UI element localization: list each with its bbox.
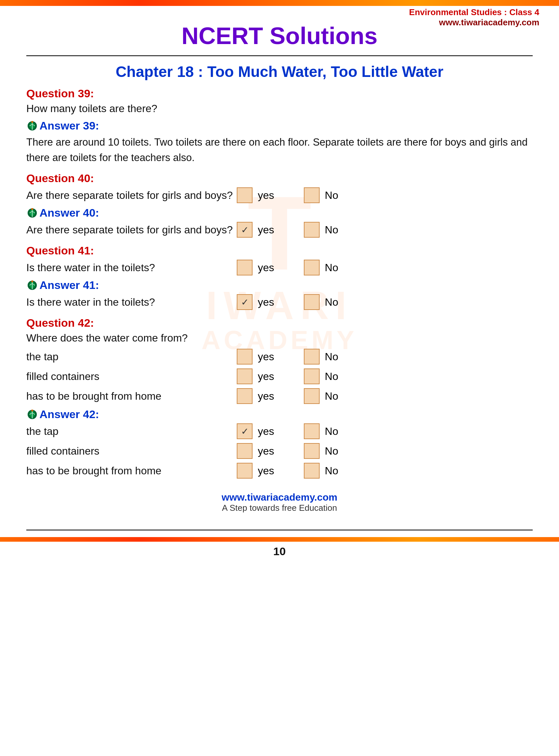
- q42-option-filled: filled containers yes No: [26, 368, 533, 384]
- main-title: NCERT Solutions: [26, 13, 533, 52]
- question-41-label: Question 41:: [26, 244, 533, 257]
- answer-40-header: TIWARI Answer 40:: [26, 206, 533, 219]
- q42-tap-yes-checkbox[interactable]: [237, 349, 252, 365]
- answer-41-checkbox-row: Is there water in the toilets? ✓ yes No: [26, 294, 533, 310]
- svg-point-1: [31, 121, 33, 123]
- svg-text:TIWARI: TIWARI: [27, 130, 34, 132]
- answer-41-text: Is there water in the toilets?: [26, 296, 237, 308]
- question-41-no-checkbox[interactable]: [304, 260, 320, 275]
- answer-42-options: the tap ✓ yes No filled containers yes N…: [26, 423, 533, 479]
- q42-option-home: has to be brought from home yes No: [26, 388, 533, 404]
- footer: www.tiwariacademy.com A Step towards fre…: [26, 485, 533, 517]
- q42-option-tap: the tap yes No: [26, 349, 533, 365]
- answer-41-header: TIWARI Answer 41:: [26, 279, 533, 292]
- answer-41-no-label: No: [325, 296, 338, 308]
- svg-point-10: [31, 410, 33, 412]
- q42-home-yes-checkbox[interactable]: [237, 388, 252, 404]
- q42-filled-label: filled containers: [26, 370, 237, 383]
- bottom-divider: [26, 529, 533, 530]
- q42-home-label: has to be brought from home: [26, 390, 237, 402]
- footer-tagline: A Step towards free Education: [26, 503, 533, 513]
- answer-39-header: TIWARI Answer 39:: [26, 119, 533, 132]
- answer-41-yes-checkbox[interactable]: ✓: [237, 294, 252, 310]
- answer-41-label: Answer 41:: [40, 279, 99, 292]
- question-42-section: Question 42: Where does the water come f…: [26, 317, 533, 479]
- tiwari-logo-42: TIWARI: [26, 409, 38, 420]
- question-39-text: How many toilets are there?: [26, 102, 533, 115]
- q42-tap-label: the tap: [26, 351, 237, 363]
- answer-39-text: There are around 10 toilets. Two toilets…: [26, 135, 533, 165]
- answer-40-checkbox-row: Are there separate toilets for girls and…: [26, 222, 533, 238]
- question-41-no-label: No: [325, 262, 338, 274]
- q42-filled-yes-checkbox[interactable]: [237, 368, 252, 384]
- question-41-yes-label: yes: [258, 262, 274, 274]
- a42-home-label: has to be brought from home: [26, 465, 237, 477]
- question-39-section: Question 39: How many toilets are there?…: [26, 87, 533, 165]
- answer-40-no-checkbox[interactable]: [304, 222, 320, 238]
- q42-home-yes-label: yes: [258, 390, 274, 402]
- tiwari-logo-39: TIWARI: [26, 120, 38, 132]
- a42-option-home: has to be brought from home yes No: [26, 463, 533, 479]
- svg-text:TIWARI: TIWARI: [27, 217, 34, 219]
- a42-tap-no-label: No: [325, 425, 338, 437]
- svg-text:TIWARI: TIWARI: [27, 290, 34, 291]
- answer-42-label: Answer 42:: [40, 408, 99, 421]
- a42-filled-yes-label: yes: [258, 445, 274, 457]
- svg-text:TIWARI: TIWARI: [27, 419, 34, 420]
- tiwari-logo-41: TIWARI: [26, 279, 38, 291]
- question-40-yes-checkbox[interactable]: [237, 187, 252, 203]
- question-41-text: Is there water in the toilets?: [26, 262, 237, 274]
- a42-home-yes-checkbox[interactable]: [237, 463, 252, 479]
- answer-41-no-checkbox[interactable]: [304, 294, 320, 310]
- answer-39-label: Answer 39:: [40, 119, 99, 132]
- question-40-no-label: No: [325, 189, 338, 202]
- question-42-options: the tap yes No filled containers yes No …: [26, 349, 533, 404]
- question-42-text: Where does the water come from?: [26, 332, 533, 344]
- tiwari-logo-40: TIWARI: [26, 207, 38, 219]
- chapter-title: Chapter 18 : Too Much Water, Too Little …: [26, 59, 533, 87]
- content-wrapper: T IWARI ACADEMY NCERT Solutions Chapter …: [0, 6, 559, 529]
- a42-tap-label: the tap: [26, 425, 237, 437]
- question-42-label: Question 42:: [26, 317, 533, 329]
- a42-filled-no-label: No: [325, 445, 338, 457]
- q42-tap-no-label: No: [325, 351, 338, 363]
- answer-40-text: Are there separate toilets for girls and…: [26, 224, 237, 236]
- a42-filled-label: filled containers: [26, 445, 237, 457]
- q42-filled-no-checkbox[interactable]: [304, 368, 320, 384]
- answer-40-label: Answer 40:: [40, 206, 99, 219]
- footer-website: www.tiwariacademy.com: [26, 492, 533, 503]
- page-number: 10: [0, 542, 559, 561]
- question-41-checkbox-row: Is there water in the toilets? yes No: [26, 260, 533, 275]
- q42-tap-no-checkbox[interactable]: [304, 349, 320, 365]
- q42-filled-yes-label: yes: [258, 370, 274, 383]
- answer-42-header: TIWARI Answer 42:: [26, 408, 533, 421]
- a42-option-filled: filled containers yes No: [26, 443, 533, 459]
- question-40-no-checkbox[interactable]: [304, 187, 320, 203]
- q42-home-no-checkbox[interactable]: [304, 388, 320, 404]
- answer-40-yes-checkbox[interactable]: ✓: [237, 222, 252, 238]
- answer-40-no-label: No: [325, 224, 338, 236]
- svg-point-4: [31, 208, 33, 210]
- q42-tap-yes-label: yes: [258, 351, 274, 363]
- a42-tap-yes-label: yes: [258, 425, 274, 437]
- question-39-label: Question 39:: [26, 87, 533, 100]
- a42-home-yes-label: yes: [258, 465, 274, 477]
- answer-40-yes-label: yes: [258, 224, 274, 236]
- question-40-label: Question 40:: [26, 172, 533, 185]
- a42-filled-yes-checkbox[interactable]: [237, 443, 252, 459]
- a42-option-tap: the tap ✓ yes No: [26, 423, 533, 439]
- question-40-yes-label: yes: [258, 189, 274, 202]
- question-41-section: Question 41: Is there water in the toile…: [26, 244, 533, 310]
- question-40-checkbox-row: Are there separate toilets for girls and…: [26, 187, 533, 203]
- a42-home-no-checkbox[interactable]: [304, 463, 320, 479]
- a42-tap-no-checkbox[interactable]: [304, 423, 320, 439]
- svg-point-7: [31, 280, 33, 282]
- a42-filled-no-checkbox[interactable]: [304, 443, 320, 459]
- question-41-yes-checkbox[interactable]: [237, 260, 252, 275]
- a42-tap-yes-checkbox[interactable]: ✓: [237, 423, 252, 439]
- answer-41-yes-label: yes: [258, 296, 274, 308]
- title-divider: [26, 55, 533, 56]
- top-bar: [0, 0, 559, 6]
- question-40-text: Are there separate toilets for girls and…: [26, 189, 237, 202]
- q42-home-no-label: No: [325, 390, 338, 402]
